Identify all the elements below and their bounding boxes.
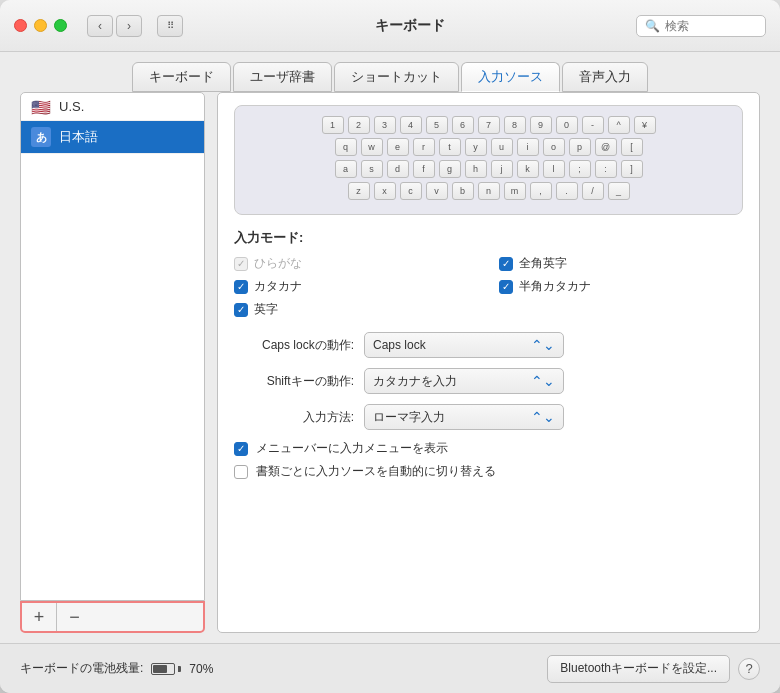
battery-label: キーボードの電池残量: xyxy=(20,660,143,677)
kb-key: 1 xyxy=(322,116,344,134)
kb-key: l xyxy=(543,160,565,178)
japanese-label: 日本語 xyxy=(59,128,98,146)
battery-section: キーボードの電池残量: 70% xyxy=(20,660,213,677)
grid-button[interactable]: ⠿ xyxy=(157,15,183,37)
caps-lock-select[interactable]: Caps lock ⌃⌄ xyxy=(364,332,564,358)
checkbox-zenkaku-eiji[interactable]: 全角英字 xyxy=(499,255,744,272)
kb-key: 7 xyxy=(478,116,500,134)
input-method-chevron-icon: ⌃⌄ xyxy=(531,409,555,425)
battery-icon xyxy=(151,663,181,675)
hiragana-label: ひらがな xyxy=(254,255,302,272)
kb-key: g xyxy=(439,160,461,178)
input-item-japanese[interactable]: あ 日本語 xyxy=(21,121,204,154)
checkbox-katakana-indicator xyxy=(234,280,248,294)
add-remove-bar: + − xyxy=(20,601,205,633)
kb-key: p xyxy=(569,138,591,156)
caps-lock-chevron-icon: ⌃⌄ xyxy=(531,337,555,353)
window-title: キーボード xyxy=(193,17,626,35)
tab-shortcut[interactable]: ショートカット xyxy=(334,62,459,92)
kb-key: r xyxy=(413,138,435,156)
katakana-label: カタカナ xyxy=(254,278,302,295)
kb-key: / xyxy=(582,182,604,200)
kb-key: 3 xyxy=(374,116,396,134)
tab-keyboard[interactable]: キーボード xyxy=(132,62,231,92)
kb-key: u xyxy=(491,138,513,156)
main-content: 🇺🇸 U.S. あ 日本語 + − 1 2 3 4 xyxy=(0,92,780,643)
jp-icon: あ xyxy=(31,127,51,147)
menu-bar-check-item[interactable]: メニューバーに入力メニューを表示 xyxy=(234,440,743,457)
kb-key: [ xyxy=(621,138,643,156)
kb-key: s xyxy=(361,160,383,178)
shift-key-chevron-icon: ⌃⌄ xyxy=(531,373,555,389)
kb-key: 6 xyxy=(452,116,474,134)
caps-lock-label: Caps lockの動作: xyxy=(234,337,354,354)
kb-key: c xyxy=(400,182,422,200)
kb-key: ] xyxy=(621,160,643,178)
checkbox-katakana[interactable]: カタカナ xyxy=(234,278,479,295)
auto-switch-checkbox[interactable] xyxy=(234,465,248,479)
kb-key: n xyxy=(478,182,500,200)
us-label: U.S. xyxy=(59,99,84,114)
checkbox-eiji[interactable]: 英字 xyxy=(234,301,479,318)
kb-key: h xyxy=(465,160,487,178)
eiji-label: 英字 xyxy=(254,301,278,318)
kb-key: e xyxy=(387,138,409,156)
forward-button[interactable]: › xyxy=(116,15,142,37)
kb-key: ; xyxy=(569,160,591,178)
kb-row-3: a s d f g h j k l ; : ] xyxy=(247,160,730,178)
tab-input-source[interactable]: 入力ソース xyxy=(461,62,560,92)
minimize-button[interactable] xyxy=(34,19,47,32)
tab-user-dict[interactable]: ユーザ辞書 xyxy=(233,62,332,92)
bluetooth-keyboard-button[interactable]: Bluetoothキーボードを設定... xyxy=(547,655,730,683)
search-input[interactable] xyxy=(665,19,755,33)
kb-key: m xyxy=(504,182,526,200)
titlebar: ‹ › ⠿ キーボード 🔍 xyxy=(0,0,780,52)
menu-bar-checkbox[interactable] xyxy=(234,442,248,456)
battery-body xyxy=(151,663,175,675)
kb-row-2: q w e r t y u i o p @ [ xyxy=(247,138,730,156)
kb-key: 0 xyxy=(556,116,578,134)
footer: キーボードの電池残量: 70% Bluetoothキーボードを設定... ? xyxy=(0,643,780,693)
caps-lock-row: Caps lockの動作: Caps lock ⌃⌄ xyxy=(234,332,743,358)
search-icon: 🔍 xyxy=(645,19,660,33)
kb-key: a xyxy=(335,160,357,178)
auto-switch-check-item[interactable]: 書類ごとに入力ソースを自動的に切り替える xyxy=(234,463,743,480)
checkbox-grid: ひらがな 全角英字 カタカナ 半角カタカナ 英字 xyxy=(234,255,743,318)
checkbox-eiji-indicator xyxy=(234,303,248,317)
remove-source-button[interactable]: − xyxy=(57,603,92,631)
main-window: ‹ › ⠿ キーボード 🔍 キーボード ユーザ辞書 ショートカット 入力ソース … xyxy=(0,0,780,693)
search-box[interactable]: 🔍 xyxy=(636,15,766,37)
kb-key: y xyxy=(465,138,487,156)
back-button[interactable]: ‹ xyxy=(87,15,113,37)
auto-switch-label: 書類ごとに入力ソースを自動的に切り替える xyxy=(256,463,496,480)
kb-key: j xyxy=(491,160,513,178)
checkbox-hankaku-katakana[interactable]: 半角カタカナ xyxy=(499,278,744,295)
us-flag-icon: 🇺🇸 xyxy=(31,100,51,114)
input-method-row: 入力方法: ローマ字入力 ⌃⌄ xyxy=(234,404,743,430)
kb-key: t xyxy=(439,138,461,156)
kb-key: 8 xyxy=(504,116,526,134)
bottom-checks: メニューバーに入力メニューを表示 書類ごとに入力ソースを自動的に切り替える xyxy=(234,440,743,480)
kb-key: , xyxy=(530,182,552,200)
input-method-select[interactable]: ローマ字入力 ⌃⌄ xyxy=(364,404,564,430)
kb-key: . xyxy=(556,182,578,200)
shift-key-select[interactable]: カタカナを入力 ⌃⌄ xyxy=(364,368,564,394)
kb-key: x xyxy=(374,182,396,200)
kb-key: w xyxy=(361,138,383,156)
kb-row-4: z x c v b n m , . / _ xyxy=(247,182,730,200)
maximize-button[interactable] xyxy=(54,19,67,32)
close-button[interactable] xyxy=(14,19,27,32)
tab-voice-input[interactable]: 音声入力 xyxy=(562,62,648,92)
battery-tip-icon xyxy=(178,666,181,672)
input-method-label: 入力方法: xyxy=(234,409,354,426)
kb-key: 9 xyxy=(530,116,552,134)
kb-key: : xyxy=(595,160,617,178)
help-button[interactable]: ? xyxy=(738,658,760,680)
checkbox-hiragana[interactable]: ひらがな xyxy=(234,255,479,272)
input-item-us[interactable]: 🇺🇸 U.S. xyxy=(21,93,204,121)
kb-key: q xyxy=(335,138,357,156)
shift-key-row: Shiftキーの動作: カタカナを入力 ⌃⌄ xyxy=(234,368,743,394)
add-source-button[interactable]: + xyxy=(22,603,57,631)
menu-bar-label: メニューバーに入力メニューを表示 xyxy=(256,440,448,457)
battery-fill xyxy=(153,665,167,673)
